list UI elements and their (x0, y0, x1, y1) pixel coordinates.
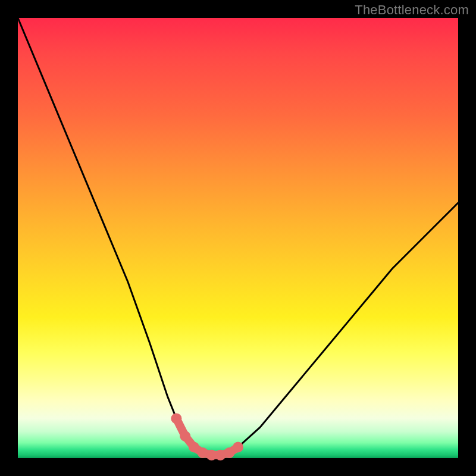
highlight-dot (171, 413, 181, 424)
chart-frame: TheBottleneck.com (0, 0, 476, 476)
plot-area (18, 18, 458, 458)
highlight-dot (233, 442, 243, 453)
highlight-dot (189, 442, 199, 453)
curve-svg (18, 18, 458, 458)
watermark-text: TheBottleneck.com (355, 2, 469, 18)
highlight-dots (171, 413, 243, 460)
bottleneck-curve-path (18, 18, 458, 455)
highlight-dot (180, 431, 190, 441)
highlight-dot (224, 447, 234, 458)
